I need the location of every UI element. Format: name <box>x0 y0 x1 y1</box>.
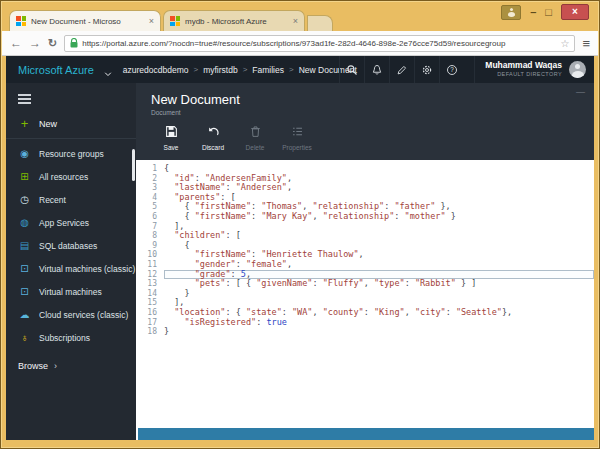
sidebar-item-app-services[interactable]: ◍App Services <box>6 211 136 234</box>
discard-button[interactable]: Discard <box>193 124 233 151</box>
command-bar: SaveDiscardDeleteProperties <box>151 124 594 151</box>
sidebar-scrollbar[interactable] <box>132 149 135 181</box>
toolbar-button-label: Save <box>164 144 179 151</box>
sidebar-item-virtual-machines-classic-[interactable]: ⊡Virtual machines (classic) <box>6 257 136 280</box>
window-maximize-button[interactable]: □ <box>545 5 552 20</box>
browser-menu-icon[interactable]: ≡ <box>582 36 590 51</box>
chevron-right-icon: › <box>54 361 57 371</box>
editor-line: 17 "isRegistered": true <box>140 318 594 328</box>
line-number: 10 <box>140 250 164 260</box>
sidebar-item-all-resources[interactable]: ⊞All resources <box>6 165 136 188</box>
azure-portal: Microsoft Azure azuredocdbdemo>myfirstdb… <box>6 56 594 440</box>
sidebar-item-resource-groups[interactable]: ◉Resource groups <box>6 142 136 165</box>
microsoft-favicon <box>16 16 26 26</box>
line-number: 1 <box>140 164 164 174</box>
browser-profile-button[interactable] <box>501 5 521 20</box>
toolbar-button-label: Discard <box>202 144 224 151</box>
browser-window: – □ × New Document - Microso×mydb - Micr… <box>0 0 600 449</box>
edit-icon[interactable] <box>389 56 414 83</box>
lock-icon <box>70 35 78 52</box>
browser-tab[interactable]: New Document - Microso× <box>9 10 161 31</box>
line-number: 14 <box>140 289 164 299</box>
toolbar-button-label: Properties <box>282 144 312 151</box>
settings-icon[interactable] <box>414 56 439 83</box>
new-tab-button[interactable] <box>307 15 333 31</box>
line-code: } <box>164 327 594 337</box>
sidebar-item-browse[interactable]: Browse › <box>6 349 136 383</box>
resource-groups-icon: ◉ <box>18 149 31 159</box>
line-number: 9 <box>140 241 164 251</box>
properties-button: Properties <box>277 124 317 151</box>
address-bar[interactable]: https://portal.azure.com/?nocdn=true#/re… <box>64 35 575 52</box>
sidebar-item-recent[interactable]: ◷Recent <box>6 188 136 211</box>
line-code: "pets": [ { "givenName": "Fluffy", "type… <box>164 279 594 289</box>
avatar[interactable] <box>569 61 586 78</box>
editor-line: 13 "pets": [ { "givenName": "Fluffy", "t… <box>140 279 594 289</box>
sidebar-item-label: App Services <box>39 218 89 228</box>
sidebar-item-cloud-services-classic-[interactable]: ☁Cloud services (classic) <box>6 303 136 326</box>
reload-icon[interactable]: ↻ <box>48 38 57 49</box>
svg-text:?: ? <box>451 66 455 73</box>
line-number: 16 <box>140 308 164 318</box>
properties-icon <box>291 124 304 142</box>
sidebar-item-label: Recent <box>39 195 66 205</box>
save-button[interactable]: Save <box>151 124 191 151</box>
sidebar-item-label: Virtual machines <box>39 287 102 297</box>
window-minimize-button[interactable]: – <box>530 5 536 20</box>
key-icon: ♀ <box>18 333 31 343</box>
editor-line: 8 "children": [ <box>140 231 594 241</box>
breadcrumb-item[interactable]: Families <box>252 65 284 75</box>
tab-title: mydb - Microsoft Azure <box>185 17 288 26</box>
page-subtitle: Document <box>151 109 594 116</box>
line-number: 2 <box>140 174 164 184</box>
search-icon[interactable] <box>339 56 364 83</box>
sidebar-item-sql-databases[interactable]: ▤SQL databases <box>6 234 136 257</box>
vm-classic-icon: ⊡ <box>18 264 31 274</box>
browser-titlebar: – □ × New Document - Microso×mydb - Micr… <box>1 1 599 31</box>
discard-icon <box>207 124 220 142</box>
tab-close-icon[interactable]: × <box>293 16 298 26</box>
sidebar-item-label: SQL databases <box>39 241 97 251</box>
sidebar-divider <box>6 138 136 139</box>
notifications-icon[interactable] <box>364 56 389 83</box>
cloud-icon: ☁ <box>18 310 31 320</box>
bookmark-star-icon[interactable]: ☆ <box>560 38 569 49</box>
delete-button: Delete <box>235 124 275 151</box>
blade-header: New Document Document — SaveDiscardDelet… <box>136 83 594 160</box>
account-block[interactable]: Muhammad Waqas DEFAULT DIRECTORY <box>474 56 562 83</box>
sidebar-item-subscriptions[interactable]: ♀Subscriptions <box>6 326 136 349</box>
back-icon[interactable]: ← <box>10 37 22 49</box>
vm-icon: ⊡ <box>18 287 31 297</box>
azure-logo[interactable]: Microsoft Azure <box>18 64 94 76</box>
json-document-editor[interactable]: 1{2 "id": "AndersenFamily",3 "lastName":… <box>136 160 594 428</box>
page-title: New Document <box>151 92 594 107</box>
breadcrumb: azuredocdbdemo>myfirstdb>Families>New Do… <box>123 65 340 75</box>
sidebar-item-virtual-machines[interactable]: ⊡Virtual machines <box>6 280 136 303</box>
sidebar-item-new[interactable]: + New <box>6 112 136 138</box>
toolbar-button-label: Delete <box>246 144 265 151</box>
forward-icon[interactable]: → <box>29 37 41 49</box>
line-code: { "firstName": "Mary Kay", "relationship… <box>164 212 594 222</box>
chevron-down-icon[interactable] <box>103 65 113 75</box>
browser-tab[interactable]: mydb - Microsoft Azure× <box>163 10 305 31</box>
azure-topbar: Microsoft Azure azuredocdbdemo>myfirstdb… <box>6 56 594 83</box>
user-icon <box>507 8 516 17</box>
tab-close-icon[interactable]: × <box>149 16 154 26</box>
horizontal-scrollbar[interactable] <box>138 428 594 440</box>
sidebar-item-label: Resource groups <box>39 149 104 159</box>
save-icon <box>165 124 178 142</box>
delete-icon <box>249 124 262 142</box>
blade-minimize-icon[interactable]: — <box>576 87 585 97</box>
hamburger-menu-icon[interactable] <box>6 88 136 112</box>
sidebar: + New ◉Resource groups⊞All resources◷Rec… <box>6 83 136 440</box>
url-text: https://portal.azure.com/?nocdn=true#/re… <box>82 39 556 48</box>
breadcrumb-separator: > <box>194 65 199 74</box>
help-icon[interactable]: ? <box>439 56 464 83</box>
user-name: Muhammad Waqas <box>485 61 562 71</box>
breadcrumb-item[interactable]: azuredocdbdemo <box>123 65 189 75</box>
window-close-button[interactable]: × <box>561 4 589 20</box>
tab-strip: New Document - Microso×mydb - Microsoft … <box>9 10 333 31</box>
breadcrumb-item[interactable]: myfirstdb <box>203 65 237 75</box>
recent-icon: ◷ <box>18 195 31 205</box>
all-resources-icon: ⊞ <box>18 172 31 182</box>
